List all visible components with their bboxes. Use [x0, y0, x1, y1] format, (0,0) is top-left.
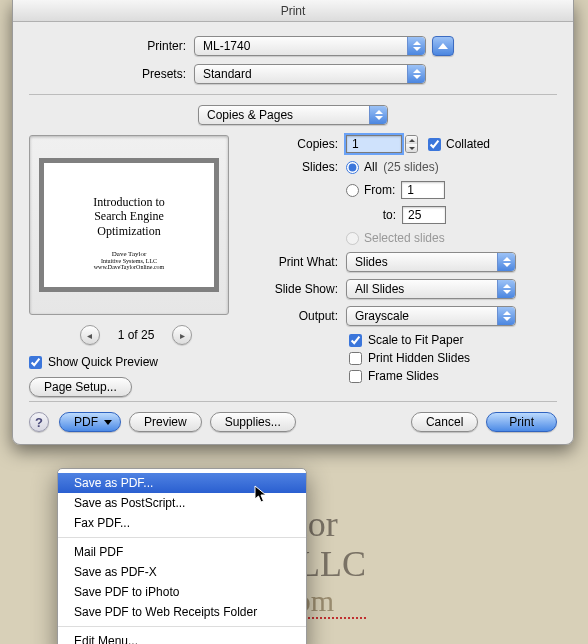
pdf-button-label: PDF: [74, 415, 98, 429]
supplies-button[interactable]: Supplies...: [210, 412, 296, 432]
divider: [29, 94, 557, 95]
menu-separator: [58, 626, 306, 627]
chevrons-icon: [407, 65, 425, 83]
prev-page-button[interactable]: ◂: [80, 325, 100, 345]
menu-item-save-as-pdfx[interactable]: Save as PDF-X: [58, 562, 306, 582]
menu-item-mail-pdf[interactable]: Mail PDF: [58, 542, 306, 562]
print-what-label: Print What:: [261, 255, 346, 269]
slide-show-label: Slide Show:: [261, 282, 346, 296]
menu-item-edit-menu[interactable]: Edit Menu...: [58, 631, 306, 644]
slides-to-label: to:: [364, 208, 396, 222]
next-page-button[interactable]: ▸: [172, 325, 192, 345]
printer-label: Printer:: [29, 39, 194, 53]
slide-show-select[interactable]: All Slides: [346, 279, 516, 299]
printer-select[interactable]: ML-1740: [194, 36, 426, 56]
slide-show-value: All Slides: [355, 282, 404, 296]
pdf-menu-button[interactable]: PDF: [59, 412, 121, 432]
presets-value: Standard: [203, 67, 252, 81]
chevrons-icon: [497, 253, 515, 271]
presets-select[interactable]: Standard: [194, 64, 426, 84]
chevrons-icon: [407, 37, 425, 55]
collapse-button[interactable]: [432, 36, 454, 56]
page-counter: 1 of 25: [118, 328, 155, 342]
slide-title-l3: Optimization: [44, 224, 214, 238]
output-label: Output:: [261, 309, 346, 323]
printer-value: ML-1740: [203, 39, 250, 53]
triangle-down-icon: [104, 420, 112, 425]
menu-item-save-as-pdf[interactable]: Save as PDF...: [58, 473, 306, 493]
show-quick-preview-label: Show Quick Preview: [48, 355, 158, 369]
preview-frame: Introduction to Search Engine Optimizati…: [29, 135, 229, 315]
from-field[interactable]: [401, 181, 445, 199]
pdf-dropdown-menu: Save as PDF... Save as PostScript... Fax…: [57, 468, 307, 644]
slide-author: Dave Taylor: [44, 250, 214, 258]
slides-selected-label: Selected slides: [364, 231, 445, 245]
chevrons-icon: [497, 307, 515, 325]
slide-thumbnail: Introduction to Search Engine Optimizati…: [39, 158, 219, 292]
print-button[interactable]: Print: [486, 412, 557, 432]
print-what-select[interactable]: Slides: [346, 252, 516, 272]
copies-label: Copies:: [261, 137, 346, 151]
slides-all-label: All: [364, 160, 377, 174]
slides-from-radio[interactable]: [346, 184, 359, 197]
slides-label: Slides:: [261, 160, 346, 174]
chevrons-icon: [369, 106, 387, 124]
hidden-checkbox[interactable]: [349, 352, 362, 365]
to-field[interactable]: [402, 206, 446, 224]
collated-checkbox[interactable]: [428, 138, 441, 151]
slides-selected-radio: [346, 232, 359, 245]
hidden-label: Print Hidden Slides: [368, 351, 470, 365]
output-value: Grayscale: [355, 309, 409, 323]
panel-select[interactable]: Copies & Pages: [198, 105, 388, 125]
menu-item-save-pdf-iphoto[interactable]: Save PDF to iPhoto: [58, 582, 306, 602]
menu-item-fax-pdf[interactable]: Fax PDF...: [58, 513, 306, 533]
scale-label: Scale to Fit Paper: [368, 333, 463, 347]
slide-title-l1: Introduction to: [44, 195, 214, 209]
panel-select-value: Copies & Pages: [207, 108, 293, 122]
page-setup-button[interactable]: Page Setup...: [29, 377, 132, 397]
window-title: Print: [13, 0, 573, 22]
chevrons-icon: [497, 280, 515, 298]
preview-button[interactable]: Preview: [129, 412, 202, 432]
output-select[interactable]: Grayscale: [346, 306, 516, 326]
menu-item-save-as-postscript[interactable]: Save as PostScript...: [58, 493, 306, 513]
menu-item-save-pdf-web-receipts[interactable]: Save PDF to Web Receipts Folder: [58, 602, 306, 622]
scale-checkbox[interactable]: [349, 334, 362, 347]
slides-count: (25 slides): [383, 160, 438, 174]
copies-field[interactable]: [346, 135, 402, 153]
copies-stepper[interactable]: [405, 135, 418, 153]
slides-all-radio[interactable]: [346, 161, 359, 174]
print-what-value: Slides: [355, 255, 388, 269]
slide-title-l2: Search Engine: [44, 209, 214, 223]
slides-from-label: From:: [364, 183, 395, 197]
frame-label: Frame Slides: [368, 369, 439, 383]
cancel-button[interactable]: Cancel: [411, 412, 478, 432]
presets-label: Presets:: [29, 67, 194, 81]
print-sheet: Print Printer: ML-1740 Presets: Standard…: [12, 0, 574, 445]
slide-url: www.DaveTaylorOnline.com: [44, 264, 214, 270]
show-quick-preview-checkbox[interactable]: [29, 356, 42, 369]
menu-separator: [58, 537, 306, 538]
help-button[interactable]: ?: [29, 412, 49, 432]
collated-label: Collated: [446, 137, 490, 151]
frame-checkbox[interactable]: [349, 370, 362, 383]
